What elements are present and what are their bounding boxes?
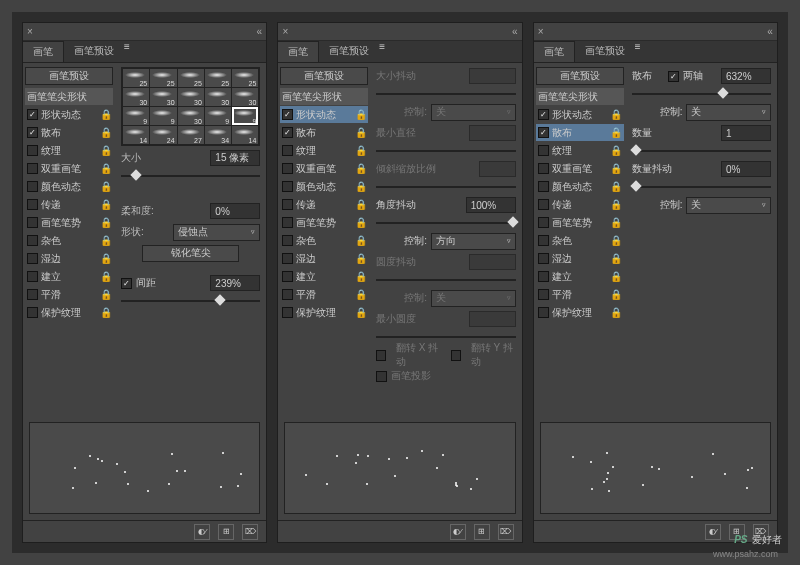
sidebar-item-noise[interactable]: 杂色🔒 [25,232,113,249]
trash-icon[interactable]: ⌦ [498,524,514,540]
sidebar-tip-shape[interactable]: 画笔笔尖形状 [536,88,624,105]
sidebar-item-scatter[interactable]: 散布🔒 [280,124,368,141]
panel-menu-icon[interactable]: ≡ [124,41,130,62]
brush-preset-button[interactable]: 画笔预设 [536,67,624,85]
sidebar-tip-shape[interactable]: 画笔笔尖形状 [280,88,368,105]
scatter-input[interactable]: 632% [721,68,771,84]
sidebar-item-texture[interactable]: 纹理🔒 [536,142,624,159]
sidebar-item-build[interactable]: 建立🔒 [280,268,368,285]
sidebar-item-smooth[interactable]: 平滑🔒 [536,286,624,303]
panel-menu-icon[interactable]: ≡ [379,41,385,62]
new-preset-icon[interactable]: ⊞ [474,524,490,540]
angle-jitter-input[interactable]: 100% [466,197,516,213]
spacing-checkbox[interactable] [121,278,132,289]
lock-icon[interactable]: 🔒 [100,163,111,174]
sidebar-item-smooth[interactable]: 平滑🔒 [25,286,113,303]
lock-icon[interactable]: 🔒 [100,109,111,120]
sidebar-item-protect[interactable]: 保护纹理🔒 [25,304,113,321]
sidebar-item-dual[interactable]: 双重画笔🔒 [25,160,113,177]
sidebar-item-protect[interactable]: 保护纹理🔒 [280,304,368,321]
scatter-slider[interactable] [632,90,771,98]
lock-icon[interactable]: 🔒 [100,235,111,246]
sidebar-item-color[interactable]: 颜色动态🔒 [536,178,624,195]
sidebar-item-pose[interactable]: 画笔笔势🔒 [25,214,113,231]
lock-icon[interactable]: 🔒 [100,253,111,264]
spacing-slider[interactable] [121,297,260,305]
count-slider[interactable] [632,147,771,155]
tab-brush[interactable]: 画笔 [534,41,575,62]
lock-icon[interactable]: 🔒 [100,271,111,282]
brush-swatch[interactable]: 25 [205,69,231,87]
checkbox[interactable] [27,235,38,246]
sidebar-item-build[interactable]: 建立🔒 [536,268,624,285]
checkbox[interactable] [27,145,38,156]
count-input[interactable]: 1 [721,125,771,141]
brush-swatch[interactable]: 30 [123,88,149,106]
brush-swatch[interactable]: 25 [123,69,149,87]
sidebar-item-protect[interactable]: 保护纹理🔒 [536,304,624,321]
trash-icon[interactable]: ⌦ [242,524,258,540]
lock-icon[interactable]: 🔒 [100,181,111,192]
close-icon[interactable]: × [278,26,292,37]
spacing-input[interactable]: 239% [210,275,260,291]
checkbox[interactable] [27,199,38,210]
sidebar-item-scatter[interactable]: 散布🔒 [536,124,624,141]
brush-preset-button[interactable]: 画笔预设 [25,67,113,85]
softness-input[interactable]: 0% [210,203,260,219]
panel-menu-icon[interactable]: ≡ [635,41,641,62]
brush-swatch[interactable]: 30 [178,88,204,106]
brush-swatch[interactable]: 24 [150,126,176,144]
brush-swatch[interactable]: 25 [150,69,176,87]
sidebar-item-wet[interactable]: 湿边🔒 [536,250,624,267]
close-icon[interactable]: × [534,26,548,37]
lock-icon[interactable]: 🔒 [100,289,111,300]
brush-swatch[interactable]: 27 [178,126,204,144]
brush-swatch[interactable]: 14 [123,126,149,144]
brush-swatch[interactable]: 25 [178,69,204,87]
bothaxes-checkbox[interactable] [668,71,679,82]
brush-swatch[interactable]: 14 [232,126,258,144]
sidebar-item-noise[interactable]: 杂色🔒 [280,232,368,249]
tab-preset[interactable]: 画笔预设 [64,41,124,62]
sidebar-item-scatter[interactable]: 散布🔒 [25,124,113,141]
sidebar-item-transfer[interactable]: 传递🔒 [536,196,624,213]
toggle-preview-icon[interactable]: ◐⁄ [705,524,721,540]
sidebar-tip-shape[interactable]: 画笔笔尖形状 [25,88,113,105]
brush-swatch[interactable]: 34 [205,126,231,144]
sidebar-item-smooth[interactable]: 平滑🔒 [280,286,368,303]
collapse-icon[interactable]: « [508,26,522,37]
countjit-control-dropdown[interactable]: 关▿ [686,197,771,214]
size-input[interactable]: 15 像素 [210,150,260,166]
count-jitter-input[interactable]: 0% [721,161,771,177]
sidebar-item-wet[interactable]: 湿边🔒 [280,250,368,267]
brush-swatch[interactable]: 25 [232,69,258,87]
collapse-icon[interactable]: « [763,26,777,37]
tab-preset[interactable]: 画笔预设 [575,41,635,62]
sidebar-item-pose[interactable]: 画笔笔势🔒 [280,214,368,231]
sidebar-item-shape[interactable]: 形状动态🔒 [25,106,113,123]
brush-swatch[interactable]: 30 [150,88,176,106]
brush-swatch[interactable]: 30 [178,107,204,125]
toggle-preview-icon[interactable]: ◐⁄ [194,524,210,540]
lock-icon[interactable]: 🔒 [100,217,111,228]
sidebar-item-noise[interactable]: 杂色🔒 [536,232,624,249]
close-icon[interactable]: × [23,26,37,37]
sidebar-item-texture[interactable]: 纹理🔒 [280,142,368,159]
new-preset-icon[interactable]: ⊞ [218,524,234,540]
toggle-preview-icon[interactable]: ◐⁄ [450,524,466,540]
checkbox[interactable] [27,217,38,228]
angle-control-dropdown[interactable]: 方向▿ [431,233,516,250]
checkbox[interactable] [27,163,38,174]
sidebar-item-color[interactable]: 颜色动态🔒 [25,178,113,195]
sidebar-item-transfer[interactable]: 传递🔒 [25,196,113,213]
tab-preset[interactable]: 画笔预设 [319,41,379,62]
angle-jitter-slider[interactable] [376,219,515,227]
sidebar-item-transfer[interactable]: 传递🔒 [280,196,368,213]
checkbox[interactable] [27,109,38,120]
sidebar-item-texture[interactable]: 纹理🔒 [25,142,113,159]
collapse-icon[interactable]: « [252,26,266,37]
shape-dropdown[interactable]: 侵蚀点▿ [173,224,260,241]
lock-icon[interactable]: 🔒 [100,307,111,318]
sharpen-button[interactable]: 锐化笔尖 [142,245,240,262]
size-slider[interactable] [121,172,260,180]
